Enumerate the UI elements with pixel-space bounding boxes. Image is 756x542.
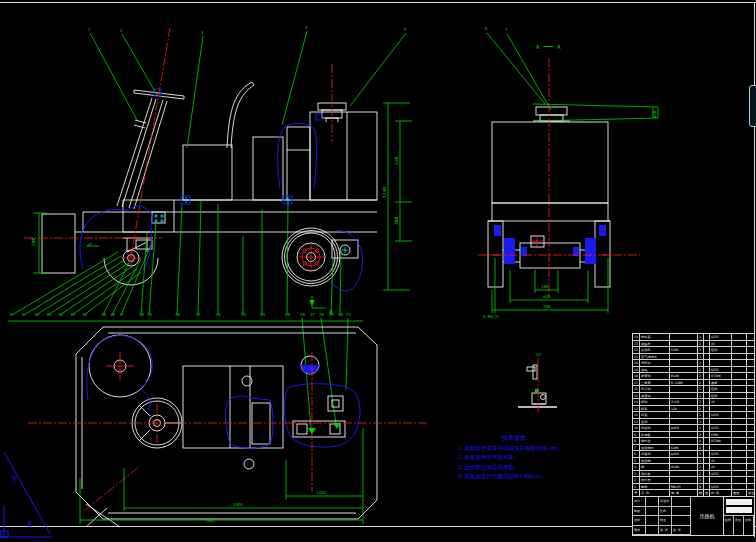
note-line: 4.装配后进行空载试运转(30min)。 [458, 472, 570, 482]
note-line: 3.运动部位加注润滑脂。 [458, 463, 570, 473]
balloon-number: 24 [260, 312, 265, 317]
balloon-number: 14 [82, 312, 87, 317]
balloon-number: 6 [485, 26, 488, 31]
notes-title: 技术要求 [458, 433, 570, 443]
balloon-number: 12 [58, 312, 63, 317]
note-line: 1.装配前所有零件须清洗并检验合格-mm。 [458, 444, 570, 454]
balloon-number: 5 [404, 27, 407, 32]
dimension-text: 8-M8(2) [483, 314, 500, 319]
drawing-number-bar [726, 507, 752, 513]
title-block-cell: 比例 [659, 507, 672, 517]
dimension-text: 1420 [316, 490, 326, 495]
dimension-text: 828 [652, 110, 657, 118]
dimension-text: 550 [394, 157, 399, 165]
title-block-cell: 标准化 [659, 497, 672, 507]
balloon-number: 10 [34, 312, 39, 317]
balloon-number: 31 [346, 312, 351, 317]
balloon-number: 21 [196, 312, 201, 317]
balloon-number: 23 [241, 312, 246, 317]
dimension-text: Y [12, 476, 17, 485]
balloon-number: 2 [120, 28, 123, 33]
title-block-cell: 校核 [633, 516, 646, 526]
dimension-text: 180 [541, 284, 549, 289]
title-block-mini-cell: 比例 [744, 516, 754, 535]
balloon-number: 13 [70, 312, 75, 317]
title-block-cell [672, 507, 691, 517]
title-block: 设计标准化制图比例校核数量审核共 张第 张 压路机 阶段质量比例 [632, 496, 755, 536]
title-block-cell [646, 497, 659, 507]
title-block-cell [646, 507, 659, 517]
title-block-mini-cell: 阶段 [724, 516, 734, 535]
balloon-number: 1 [88, 27, 91, 32]
balloon-number: 15 [101, 312, 106, 317]
title-block-cell: 设计 [633, 497, 646, 507]
balloon-number: 19 [147, 312, 152, 317]
title-block-right: 阶段质量比例 [724, 497, 754, 535]
balloon-number: 32 [536, 352, 541, 357]
balloon-number: 11 [46, 312, 51, 317]
technical-notes: 技术要求 1.装配前所有零件须清洗并检验合格-mm。2.各紧固件应牢固可靠。3.… [458, 433, 570, 482]
bom-table: 24扶手架1Q23523操纵杆14522发动机S1951组件21空气滤清器120… [632, 333, 755, 498]
bom-rows: 24扶手架1Q23523操纵杆14522发动机S1951组件21空气滤清器120… [633, 334, 754, 490]
dimension-text: 300 [394, 217, 399, 225]
detail-view [518, 358, 557, 414]
title-block-cell [672, 516, 691, 526]
dimension-text: 1920 [233, 502, 243, 507]
title-block-mini-cells: 阶段质量比例 [724, 515, 754, 535]
drawing-title: 压路机 [691, 497, 724, 535]
dimension-text: 1953 [205, 518, 215, 523]
balloon-number: 26 [300, 312, 305, 317]
dimension-text: A [536, 43, 540, 50]
title-block-cell [672, 497, 691, 507]
balloon-number: 29 [329, 312, 334, 317]
balloon-number: 22 [216, 312, 221, 317]
dimension-text: 620 [543, 294, 551, 299]
ucs-icon [0, 452, 52, 537]
note-line: 2.各紧固件应牢固可靠。 [458, 453, 570, 463]
title-block-cell: 第 张 [672, 526, 691, 536]
balloon-number: 27 [310, 312, 315, 317]
company-name-bar [726, 499, 752, 505]
title-block-signature-grid: 设计标准化制图比例校核数量审核共 张第 张 [633, 497, 691, 535]
balloon-number: 28 [319, 312, 324, 317]
title-block-cell: 数量 [659, 516, 672, 526]
dimension-text: 1340 [382, 187, 387, 198]
cad-drawing-canvas: AAA50013405503008281806207988-M8(2)14201… [0, 0, 756, 542]
balloon-number: 4 [305, 25, 308, 30]
title-block-mini-cell: 质量 [734, 516, 744, 535]
title-block-cell: 审核 [633, 526, 646, 536]
front-view [383, 33, 658, 313]
title-block-cell [646, 526, 659, 536]
top-view [28, 327, 428, 527]
balloon-number: 25 [285, 312, 290, 317]
notes-lines: 1.装配前所有零件须清洗并检验合格-mm。2.各紧固件应牢固可靠。3.运动部位加… [458, 444, 570, 482]
balloon-number: 18 [139, 312, 144, 317]
dimension-text: X [27, 521, 32, 530]
title-block-cell [646, 516, 659, 526]
balloon-number: 16 [110, 312, 115, 317]
title-block-cell: 共 张 [659, 526, 672, 536]
balloon-number: 20 [175, 312, 180, 317]
title-block-cell: 制图 [633, 507, 646, 517]
balloon-number: 17 [119, 312, 124, 317]
balloon-number: 7 [505, 27, 508, 32]
vertical-scrollbar-thumb[interactable] [749, 85, 756, 127]
side-view [8, 28, 406, 429]
balloon-number: 30 [338, 312, 343, 317]
dimension-text: 500 [31, 238, 36, 246]
balloon-number: 3 [201, 30, 204, 35]
dimension-text: 798 [543, 304, 551, 309]
dimension-text: A [557, 43, 561, 50]
